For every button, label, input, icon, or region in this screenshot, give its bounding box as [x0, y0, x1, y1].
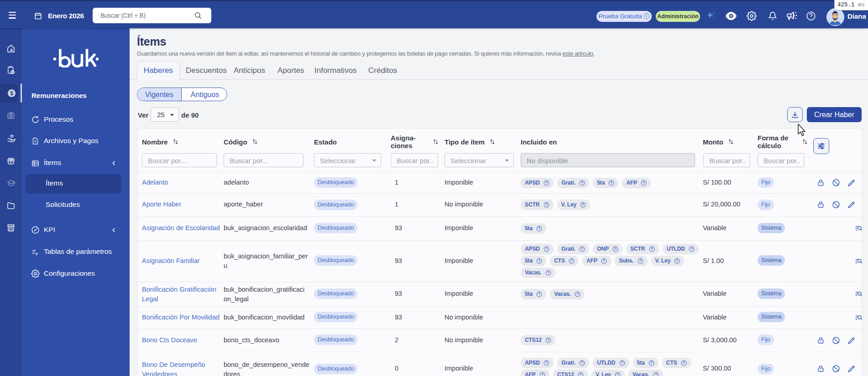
- svg-text:S: S: [34, 140, 37, 144]
